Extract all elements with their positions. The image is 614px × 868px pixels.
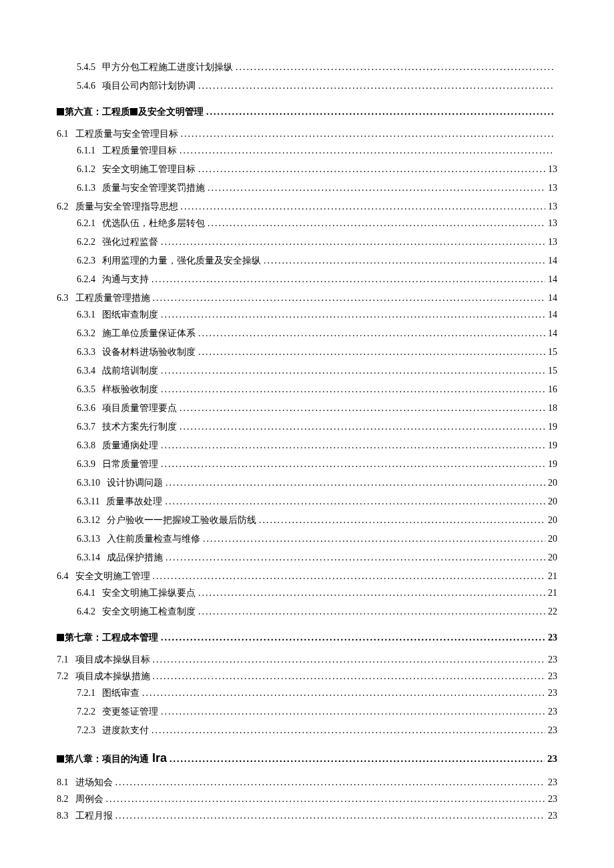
toc-page-number: 20 <box>548 513 557 527</box>
toc-leader-dots <box>170 752 545 766</box>
toc-entry: 6.3.6项目质量管理要点18 <box>57 401 557 415</box>
toc-entry: 第七章：工程成本管理23 <box>57 630 557 644</box>
toc-number: 8.2 <box>57 792 69 806</box>
toc-entry: 6.3.11质量事故处理20 <box>57 494 557 508</box>
toc-page-number: 23 <box>548 705 557 719</box>
toc-page-number: 14 <box>548 254 557 268</box>
toc-page-number: 23 <box>548 686 557 700</box>
toc-number: 8.3 <box>57 809 69 823</box>
toc-page-number: 21 <box>548 586 557 600</box>
toc-entry: 6.2.2强化过程监督13 <box>57 235 557 249</box>
toc-entry: 第六直：工程质及安全文明管理 <box>57 105 557 119</box>
toc-entry: 第八章：项目的沟通 Ira23 <box>57 749 557 767</box>
toc-entry: 6.2质量与安全管理指导思想13 <box>57 199 557 213</box>
toc-entry: 6.4.2安全文明施工检查制度22 <box>57 604 557 618</box>
toc-number: 6.2.4 <box>77 272 95 286</box>
toc-title: 变更签证管理 <box>102 705 158 719</box>
toc-number: 6.3.7 <box>77 420 95 434</box>
toc-title: 质量与安全管理奖罚措施 <box>102 181 205 195</box>
toc-leader-dots <box>153 291 546 305</box>
toc-leader-dots <box>106 792 546 806</box>
toc-page-number: 20 <box>548 476 557 490</box>
toc-entry: 5.4.6项目公司内部计划协调 <box>57 79 557 93</box>
toc-number: 6.3.6 <box>77 401 95 415</box>
toc-entry: 7.2.1图纸审查23 <box>57 686 557 700</box>
toc-number: 6.2.1 <box>77 216 95 230</box>
toc-entry: 7.2项目成本操纵措施23 <box>57 669 557 683</box>
toc-number: 6.2.2 <box>77 235 95 249</box>
toc-page-number: 14 <box>548 326 557 340</box>
toc-leader-dots <box>142 686 545 700</box>
toc-page-number: 16 <box>548 382 557 396</box>
toc-title: 技术方案先行制度 <box>102 420 177 434</box>
toc-leader-dots <box>206 105 555 119</box>
toc-title: 工程质量管理目标 <box>102 143 177 157</box>
square-marker-icon <box>130 108 137 115</box>
toc-title: 日常质量管理 <box>102 457 158 471</box>
toc-page-number: 19 <box>548 457 557 471</box>
toc-entry: 5.4.5甲方分包工程施工进度计划操纵 <box>57 60 557 74</box>
toc-page-number: 21 <box>548 569 557 583</box>
toc-page-number: 23 <box>547 751 557 767</box>
toc-number: 6.4.1 <box>77 586 95 600</box>
toc-page-number: 14 <box>548 272 557 286</box>
toc-number: 6.2.3 <box>77 254 95 268</box>
toc-leader-dots <box>198 162 545 176</box>
toc-entry: 6.1.2安全文明施工管理目标13 <box>57 162 557 176</box>
toc-number: 6.3.8 <box>77 438 95 452</box>
toc-leader-dots <box>264 254 545 268</box>
toc-page-number: 13 <box>548 162 557 176</box>
toc-leader-dots <box>153 569 546 583</box>
toc-title: 分户验收一一把握竣工验收最后防线 <box>107 513 256 527</box>
toc-page-number: 23 <box>548 775 557 789</box>
toc-leader-dots <box>236 60 555 74</box>
toc-leader-dots <box>161 457 545 471</box>
toc-page-number: 18 <box>548 401 557 415</box>
toc-leader-dots <box>161 235 545 249</box>
toc-leader-dots <box>166 550 545 564</box>
toc-title: 图纸审查制度 <box>102 308 158 322</box>
toc-number: 6.3.1 <box>77 308 95 322</box>
toc-entry: 6.1.3质量与安全管理奖罚措施13 <box>57 181 557 195</box>
toc-title: 施工单位质量保证体系 <box>102 326 196 340</box>
toc-number: 6.3.5 <box>77 382 95 396</box>
toc-page-number: 23 <box>548 630 557 644</box>
toc-page-number: 20 <box>548 494 557 508</box>
toc-number: 6.3.14 <box>77 550 100 564</box>
toc-page-number: 23 <box>548 669 557 683</box>
toc-title: 项目成本操纵目标 <box>75 653 150 667</box>
toc-entry: 6.3.7技术方案先行制度19 <box>57 420 557 434</box>
toc-entry: 6.3.13入住前质量检查与维修20 <box>57 532 557 546</box>
toc-entry: 6.1.1工程质量管理目标 <box>57 143 557 157</box>
toc-leader-dots <box>161 705 545 719</box>
toc-title: 安全文明施工操纵要点 <box>102 586 196 600</box>
toc-entry: 6.3.5样板验收制度16 <box>57 382 557 396</box>
toc-leader-dots <box>198 326 545 340</box>
toc-title: 设计协调问题 <box>107 476 163 490</box>
toc-title: 及安全文明管理 <box>138 105 204 119</box>
toc-number: 6.3.12 <box>77 513 100 527</box>
toc-leader-dots <box>161 630 545 644</box>
toc-leader-dots <box>208 181 545 195</box>
toc-number: 6.4.2 <box>77 604 95 618</box>
toc-leader-dots <box>203 532 545 546</box>
toc-entry: 6.3工程质量管理措施14 <box>57 291 557 305</box>
toc-title: 进场知会 <box>75 775 113 789</box>
toc-title: 战前培训制度 <box>102 364 158 378</box>
toc-number: 6.3.4 <box>77 364 95 378</box>
toc-number: 6.1.3 <box>77 181 95 195</box>
toc-title: 样板验收制度 <box>102 382 158 396</box>
square-marker-icon <box>57 634 64 641</box>
toc-leader-dots <box>198 604 545 618</box>
toc-title: 进度款支付 <box>102 723 149 737</box>
toc-title: 项目成本操纵措施 <box>75 669 150 683</box>
toc-number: 6.4 <box>57 569 69 583</box>
toc-page-number: 13 <box>548 199 557 213</box>
toc-page-number: 23 <box>548 792 557 806</box>
toc-title: 利用监理的力量，强化质量及安全操纵 <box>102 254 261 268</box>
toc-page-number: 23 <box>548 653 557 667</box>
toc-page-number: 20 <box>548 550 557 564</box>
toc-title: 安全文明施工管理 <box>75 569 150 583</box>
toc-title: 第七章：工程成本管理 <box>65 630 158 644</box>
toc-entry: 6.2.4沟通与支持14 <box>57 272 557 286</box>
